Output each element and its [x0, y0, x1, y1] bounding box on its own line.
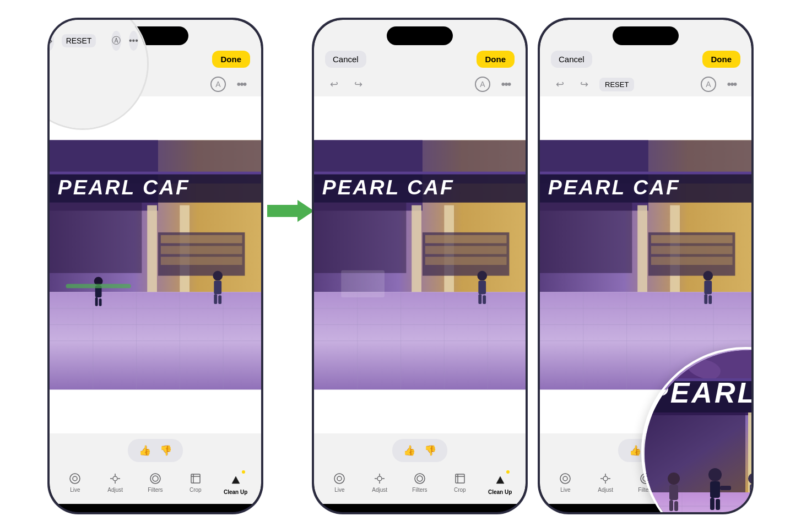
icons-row-zoom: ↩ ↪ RESET Ⓐ •••	[48, 26, 147, 55]
svg-point-37	[150, 474, 160, 484]
adjust-label-1: Adjust	[107, 487, 123, 493]
tab-filters-2[interactable]: Filters	[406, 472, 434, 495]
reset-button-3[interactable]: RESET	[599, 78, 634, 91]
phones-container: Can... ↩ ↪ RESET Ⓐ ••• Cancel Done	[0, 0, 801, 532]
svg-rect-91	[643, 412, 745, 492]
more-icon-zoom[interactable]: •••	[129, 31, 138, 51]
redo-icon-zoom[interactable]: ↪	[48, 31, 54, 51]
thumb-up-1[interactable]: 👍	[139, 444, 151, 457]
home-indicator-2	[384, 506, 456, 509]
svg-rect-10	[161, 235, 242, 243]
cleanup-icon-wrapper-1	[228, 472, 243, 487]
redo-icon-2[interactable]: ↪	[349, 75, 367, 93]
svg-rect-53	[425, 246, 507, 254]
cancel-btn-zoom[interactable]: Can...	[48, 18, 67, 24]
svg-rect-39	[191, 474, 200, 483]
svg-rect-115	[750, 484, 753, 498]
thumb-up-3[interactable]: 👍	[629, 444, 641, 457]
cancel-button-3[interactable]: Cancel	[551, 51, 592, 68]
tab-crop-2[interactable]: Crop	[446, 472, 474, 495]
filters-label-2: Filters	[412, 487, 427, 493]
arrow-body	[267, 205, 297, 217]
cancel-button-2[interactable]: Cancel	[325, 51, 366, 68]
adjust-icon-1	[109, 472, 122, 485]
svg-point-30	[70, 474, 80, 484]
live-label-1: Live	[70, 487, 80, 493]
more-icon-2[interactable]: •••	[497, 75, 515, 93]
svg-rect-107	[669, 500, 673, 511]
thumb-down-1[interactable]: 👎	[160, 444, 172, 457]
svg-rect-65	[478, 294, 481, 304]
svg-point-137	[703, 271, 713, 281]
svg-rect-29	[66, 284, 131, 288]
more-icon-1[interactable]: •••	[232, 75, 250, 93]
svg-rect-96	[643, 492, 753, 514]
dynamic-island-2	[387, 26, 453, 45]
filters-icon-2	[413, 472, 426, 485]
tab-live-1[interactable]: Live	[61, 472, 89, 495]
svg-rect-111	[710, 498, 715, 510]
live-icon-3	[559, 472, 572, 485]
svg-rect-128	[651, 257, 733, 265]
crop-icon-2	[453, 472, 467, 485]
phone-2: Cancel Done ↩ ↪ A •••	[312, 18, 527, 514]
tab-cleanup-2[interactable]: Clean Up	[486, 472, 514, 495]
undo-icon-3[interactable]: ↩	[551, 75, 569, 93]
auto-icon-3[interactable]: A	[701, 77, 716, 92]
svg-point-142	[563, 476, 567, 481]
auto-icon-1[interactable]: A	[210, 77, 226, 92]
arrow-head	[297, 200, 314, 222]
cleanup-dot-2	[506, 470, 510, 474]
cleanup-label-1: Clean Up	[224, 489, 247, 495]
redo-icon-3[interactable]: ↪	[575, 75, 593, 93]
thumb-down-2[interactable]: 👎	[424, 444, 436, 457]
svg-point-38	[153, 476, 158, 481]
svg-rect-126	[651, 235, 733, 243]
arrow-container	[268, 200, 312, 332]
reset-btn-zoom[interactable]: RESET	[62, 34, 96, 47]
svg-point-143	[603, 476, 608, 481]
svg-rect-48	[412, 205, 421, 292]
svg-rect-67	[341, 270, 385, 297]
svg-rect-23	[95, 297, 98, 306]
tab-crop-1[interactable]: Crop	[182, 472, 209, 495]
bottom-tabs-2: Live Adjust Filters	[314, 468, 526, 504]
svg-rect-110	[710, 481, 720, 498]
svg-rect-8	[50, 203, 142, 273]
more-icon-3[interactable]: •••	[723, 75, 740, 93]
home-indicator-1	[120, 506, 191, 509]
svg-point-70	[377, 476, 382, 481]
svg-rect-28	[218, 295, 221, 304]
tab-live-3[interactable]: Live	[551, 472, 579, 495]
tab-cleanup-1[interactable]: Clean Up	[222, 472, 250, 495]
thumb-up-2[interactable]: 👍	[403, 444, 415, 457]
done-button-1[interactable]: Done	[212, 51, 251, 68]
svg-point-69	[337, 476, 342, 481]
dynamic-island-3	[613, 26, 679, 45]
tab-adjust-3[interactable]: Adjust	[592, 472, 619, 495]
tab-adjust-2[interactable]: Adjust	[366, 472, 393, 495]
svg-rect-12	[161, 257, 242, 265]
filters-label-1: Filters	[148, 487, 163, 493]
feedback-pill-1: 👍 👎	[128, 439, 183, 462]
svg-rect-11	[161, 246, 242, 254]
undo-icon-2[interactable]: ↩	[325, 75, 343, 93]
svg-text:PEARL CAF: PEARL CAF	[548, 176, 680, 199]
svg-point-141	[560, 474, 570, 484]
done-button-3[interactable]: Done	[702, 51, 741, 68]
phone-3: PEARL	[538, 18, 753, 514]
cancel-label-zoom: Can...	[48, 18, 60, 20]
cleanup-label-2: Clean Up	[488, 489, 512, 495]
adjust-icon-2	[373, 472, 386, 485]
done-button-2[interactable]: Done	[477, 51, 515, 68]
svg-rect-27	[214, 294, 217, 304]
auto-icon-zoom[interactable]: Ⓐ	[111, 31, 121, 51]
svg-rect-140	[708, 295, 712, 304]
svg-rect-122	[637, 205, 647, 292]
svg-point-31	[73, 476, 77, 481]
tab-adjust-1[interactable]: Adjust	[101, 472, 129, 495]
tab-live-2[interactable]: Live	[326, 472, 353, 495]
tab-filters-1[interactable]: Filters	[142, 472, 169, 495]
svg-point-63	[477, 271, 487, 281]
auto-icon-2[interactable]: A	[475, 77, 490, 92]
